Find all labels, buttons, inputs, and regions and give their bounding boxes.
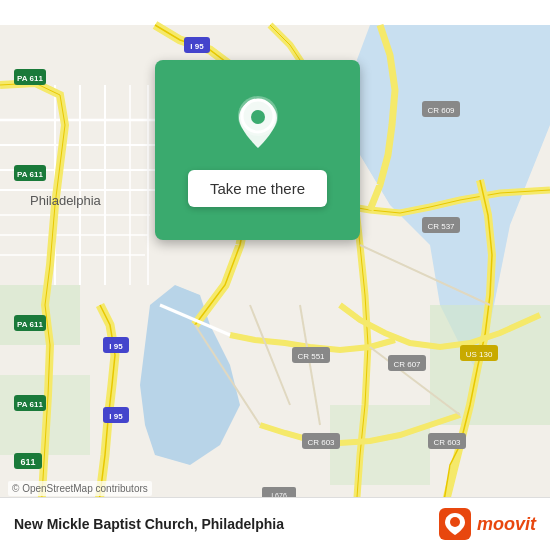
svg-text:I 95: I 95 [190, 42, 204, 51]
svg-text:PA 611: PA 611 [17, 400, 43, 409]
moovit-logo: moovit [439, 508, 536, 540]
svg-point-62 [251, 110, 265, 124]
bottom-bar: New Mickle Baptist Church, Philadelphia … [0, 497, 550, 550]
svg-text:CR 551: CR 551 [297, 352, 325, 361]
svg-text:CR 607: CR 607 [393, 360, 421, 369]
svg-text:PA 611: PA 611 [17, 74, 43, 83]
location-card: Take me there [155, 60, 360, 240]
svg-text:US 130: US 130 [466, 350, 493, 359]
pin-icon [233, 94, 283, 154]
moovit-brand-text: moovit [477, 514, 536, 535]
svg-text:Philadelphia: Philadelphia [30, 193, 102, 208]
moovit-brand-icon [439, 508, 471, 540]
map-attribution: © OpenStreetMap contributors [8, 481, 152, 496]
svg-text:CR 603: CR 603 [307, 438, 335, 447]
take-me-there-button[interactable]: Take me there [188, 170, 327, 207]
map-container: I 95 I 95 I 95 I 95 PA 611 PA 611 PA 611… [0, 0, 550, 550]
svg-point-64 [450, 517, 460, 527]
svg-text:611: 611 [20, 457, 35, 467]
svg-text:CR 603: CR 603 [433, 438, 461, 447]
svg-text:I 95: I 95 [109, 412, 123, 421]
location-name: New Mickle Baptist Church, Philadelphia [14, 516, 284, 532]
bottom-location-info: New Mickle Baptist Church, Philadelphia [14, 516, 284, 532]
svg-text:PA 611: PA 611 [17, 320, 43, 329]
svg-text:PA 611: PA 611 [17, 170, 43, 179]
svg-text:CR 537: CR 537 [427, 222, 455, 231]
svg-text:I 95: I 95 [109, 342, 123, 351]
svg-text:CR 609: CR 609 [427, 106, 455, 115]
